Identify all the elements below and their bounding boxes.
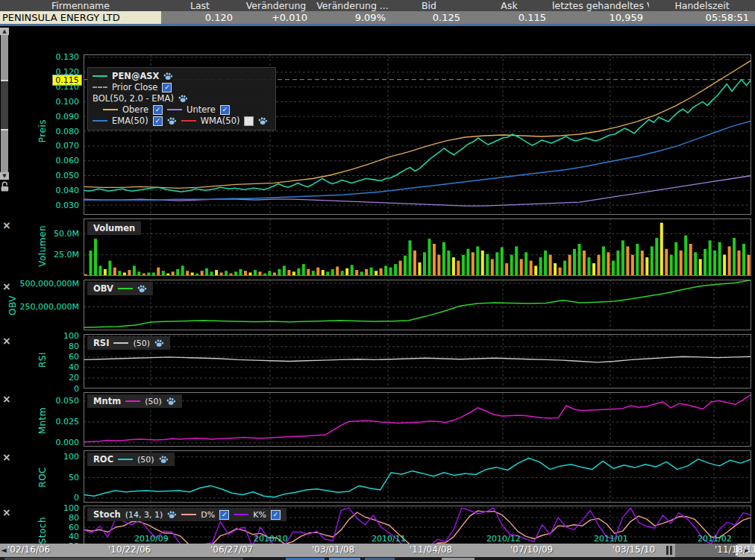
volume-bar [225, 271, 228, 275]
x-axis-month-label: 2010/11 [372, 534, 406, 544]
x-axis-month-label: 2010/10 [254, 534, 288, 544]
volume-bar [191, 273, 194, 276]
y-tick-label: 0.100 [0, 97, 79, 107]
symbol-legend-label: PEN@ASX [112, 71, 159, 81]
volume-bar [176, 269, 179, 275]
quote-value-row: PENINSULA ENERGY LTD 0.120 +0.010 9.09% … [0, 11, 755, 24]
timeline-scrollbar[interactable]: ◄ ► '02/16/06'10/22/06'06/27/07'03/01/08… [0, 544, 755, 557]
x-axis-month-label: 2011/01 [594, 534, 628, 544]
roc-settings-icon[interactable] [159, 455, 169, 464]
prior-close-line-swatch [93, 86, 107, 88]
volume-bar [389, 268, 392, 275]
volume-bar [399, 261, 402, 275]
close-rsi-panel-button[interactable]: × [2, 336, 11, 345]
volume-bar [563, 261, 566, 275]
volume-bar [104, 269, 107, 275]
volume-bar [684, 236, 687, 275]
volume-bar [419, 262, 422, 275]
volume-bar [704, 249, 707, 275]
momentum-settings-icon[interactable] [166, 397, 176, 406]
volumen-axis-title: Volumen [37, 225, 48, 267]
col-header-last-volume: letztes gehandeltes V... [552, 0, 649, 11]
bollinger-settings-icon[interactable] [178, 94, 188, 103]
close-volumen-panel-button[interactable]: × [2, 221, 11, 230]
lower-band-checkbox[interactable]: ✓ [220, 105, 230, 115]
rsi-panel[interactable] [84, 334, 751, 388]
rsi-settings-icon[interactable] [154, 339, 164, 347]
quote-header-row: Firmenname Last Veränderung Veränderung … [0, 0, 755, 11]
obv-axis-title: OBV [7, 295, 18, 315]
close-roc-panel-button[interactable]: × [2, 453, 11, 462]
obv-chip-label: OBV [93, 283, 113, 294]
volume-bar [491, 259, 494, 275]
timeline-thumb[interactable] [666, 546, 668, 555]
wma-settings-icon[interactable] [258, 116, 268, 125]
mntm-plot[interactable] [84, 392, 751, 447]
close-obv-panel-button[interactable]: × [2, 282, 11, 291]
rsi-plot[interactable] [84, 334, 751, 388]
volume-bar [90, 251, 93, 275]
volume-bar [370, 268, 373, 275]
lower-band-swatch [167, 109, 182, 110]
ema-checkbox[interactable]: ✓ [153, 116, 163, 126]
col-header-last: Last [161, 0, 239, 11]
volume-bar [322, 270, 325, 275]
volume-bar [162, 271, 165, 275]
x-axis-month-label: 2010/09 [134, 534, 169, 544]
volume-bar [201, 271, 204, 275]
roc-panel[interactable] [84, 450, 751, 503]
col-header-bid: Bid [392, 0, 466, 11]
y-tick-label: 100 [0, 452, 79, 462]
x-axis-month-label: 2011/02 [698, 534, 732, 544]
scroll-left-icon[interactable]: ◄ [1, 544, 7, 557]
pen-asx-settings-icon[interactable] [163, 72, 173, 81]
close-stoch-panel-button[interactable]: × [2, 508, 11, 517]
volume-bar [452, 257, 455, 275]
volume-bar [636, 244, 639, 275]
scroll-up-icon[interactable]: ▲ [0, 28, 9, 35]
symbol-name-cell[interactable]: PENINSULA ENERGY LTD [0, 11, 161, 24]
momentum-param-label: (50) [145, 397, 162, 406]
volume-bar [133, 265, 136, 275]
stoch-k-label: K% [253, 510, 266, 520]
ema-settings-icon[interactable] [167, 116, 177, 125]
close-mntm-panel-button[interactable]: × [2, 394, 11, 403]
obv-panel[interactable] [84, 280, 751, 330]
volumen-plot[interactable] [84, 218, 751, 276]
panel-border [84, 335, 751, 388]
stoch-k-checkbox[interactable]: ✓ [271, 510, 281, 520]
volume-chip: Volumen [87, 221, 141, 235]
last-volume-cell: 10,959 [552, 11, 649, 24]
volume-bar [665, 249, 668, 275]
upper-band-checkbox[interactable]: ✓ [153, 105, 163, 115]
roc-plot[interactable] [84, 450, 751, 503]
obv-settings-icon[interactable] [137, 284, 147, 293]
y-tick-label: 100 [0, 503, 79, 513]
last-price-cell: 0.120 [161, 11, 239, 24]
y-tick-label: 0.110 [0, 82, 79, 92]
obv-plot[interactable] [84, 280, 751, 330]
volume-bar [616, 251, 619, 275]
momentum-panel[interactable] [84, 392, 751, 447]
volume-bar [84, 274, 87, 275]
volume-panel[interactable] [84, 218, 751, 276]
volume-bar [380, 268, 383, 275]
volume-bar [312, 271, 315, 275]
stoch-d-checkbox[interactable]: ✓ [219, 510, 229, 520]
volume-bar [195, 274, 198, 275]
wma-checkbox[interactable] [244, 116, 254, 126]
prior-close-checkbox[interactable]: ✓ [162, 83, 172, 92]
volume-bar [457, 261, 460, 275]
volume-bar [462, 255, 465, 275]
volume-bar [592, 263, 595, 275]
volume-bar [568, 255, 571, 275]
volume-bar [375, 271, 378, 275]
volume-bar [598, 255, 601, 275]
volume-bar [316, 268, 319, 275]
obv-swatch [118, 288, 133, 289]
volume-bar [404, 256, 407, 275]
stochastic-settings-icon[interactable] [167, 510, 177, 519]
volume-bar [539, 257, 542, 275]
rsi-chip-label: RSI [93, 338, 109, 348]
volume-bar [355, 270, 358, 275]
